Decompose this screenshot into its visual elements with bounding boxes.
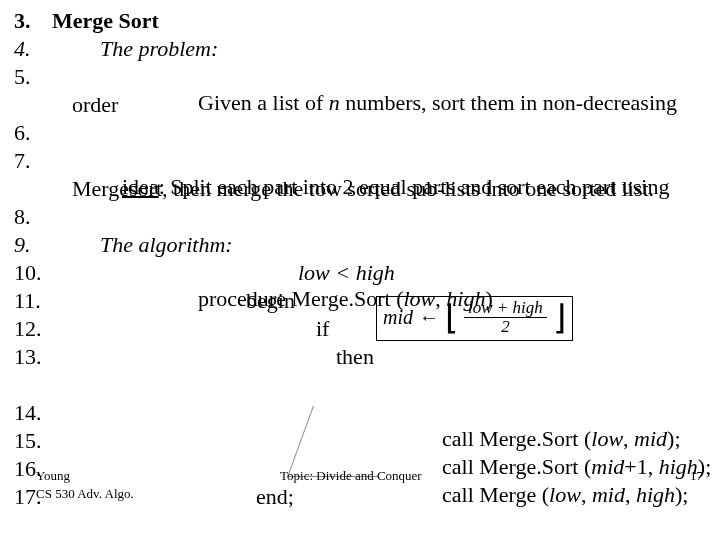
footer-course: CS 530 Adv. Algo. [36,486,134,502]
list-number-5: 5. [14,64,31,90]
fraction-numer: low + high [464,299,547,318]
call-3: call Merge (low, mid, high); [420,456,688,534]
list-number-7: 7. [14,148,31,174]
rfloor-icon: ⌋ [553,301,566,335]
arrow-icon: ← [419,306,439,329]
connector-line [287,406,404,477]
list-number-6: 6. [14,120,31,146]
text: numbers, sort them in non-decreasing [340,90,677,115]
problem-line-2: order [72,92,118,118]
problem-line-1: Given a list of n numbers, sort them in … [176,64,677,142]
comma: , [581,482,592,507]
subheading-algorithm: The algorithm: [100,232,233,258]
list-number-13: 13. [14,344,42,370]
kw-end: end; [256,484,294,510]
subheading-problem: The problem: [100,36,218,62]
list-number-12: 12. [14,316,42,342]
list-number-9: 9. [14,232,31,258]
var-low: low [549,482,581,507]
kw-if: if [316,316,329,342]
footer-topic: Topic: Divide and Conquer [280,468,422,484]
fraction: low + high 2 [464,299,547,336]
list-number-14: 14. [14,400,42,426]
kw-begin: begin [246,288,295,314]
lfloor-icon: ⌊ [445,301,458,335]
list-number-3: 3. [14,8,31,34]
list-number-4: 4. [14,36,31,62]
kw-then: then [336,344,374,370]
var-high: high [636,482,675,507]
list-number-15: 15. [14,428,42,454]
slide: 3. Merge Sort 4. The problem: 5. Given a… [0,0,720,540]
footer-author: Young [36,468,70,484]
footer-page: 17 [690,468,703,484]
text: ); [675,482,688,507]
list-number-10: 10. [14,260,42,286]
var-mid: mid [592,482,625,507]
list-number-11: 11. [14,288,41,314]
text: call Merge ( [442,482,549,507]
list-number-8: 8. [14,204,31,230]
var-n: n [329,90,340,115]
formula-box: mid ← ⌊ low + high 2 ⌋ [376,296,573,341]
comma: , [625,482,636,507]
fraction-denom: 2 [497,318,514,336]
overlap-condition: low < high [298,260,395,286]
title: Merge Sort [52,8,159,34]
idea-line-2: Mergesort, then merge the tow sorted sub… [72,176,654,202]
text: Given a list of [198,90,329,115]
formula-lhs: mid [383,306,413,329]
